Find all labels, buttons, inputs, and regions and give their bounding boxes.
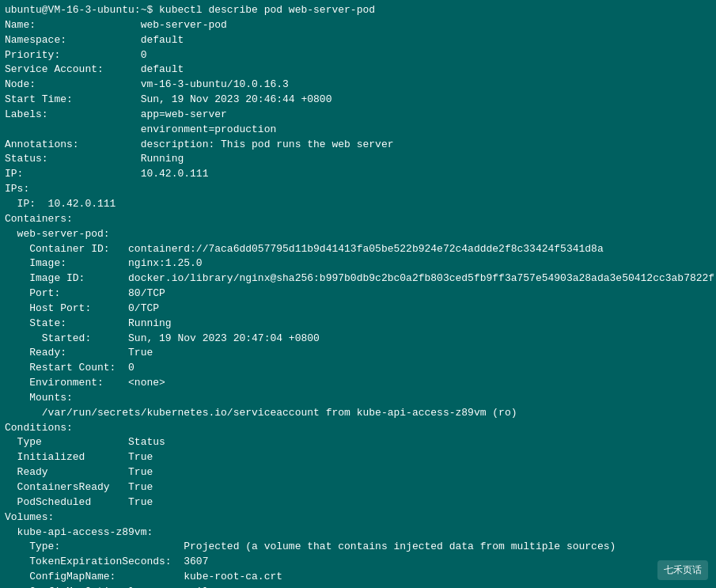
- watermark: 七禾页话: [657, 560, 708, 580]
- terminal-line: Ready: True: [5, 346, 711, 361]
- terminal-line: Node: vm-16-3-ubuntu/10.0.16.3: [5, 78, 711, 93]
- terminal-line: Ready True: [5, 465, 711, 480]
- terminal-line: Type: Projected (a volume that contains …: [5, 540, 711, 555]
- terminal-line: Status: Running: [5, 152, 711, 167]
- terminal-line: Image ID: docker.io/library/nginx@sha256…: [5, 271, 711, 286]
- terminal-line: Namespace: default: [5, 33, 711, 48]
- terminal-line: Restart Count: 0: [5, 361, 711, 376]
- terminal-line: Host Port: 0/TCP: [5, 302, 711, 317]
- terminal-line: Image: nginx:1.25.0: [5, 256, 711, 271]
- terminal-line: Port: 80/TCP: [5, 286, 711, 302]
- terminal-line: ConfigMapName: kube-root-ca.crt: [5, 570, 711, 585]
- terminal-line: web-server-pod:: [5, 227, 711, 242]
- terminal-line: IP: 10.42.0.111: [5, 167, 711, 182]
- terminal-line: Mounts:: [5, 391, 711, 406]
- terminal-line: IPs:: [5, 182, 711, 197]
- terminal-line: Priority: 0: [5, 48, 711, 63]
- terminal-line: Conditions:: [5, 421, 711, 436]
- terminal-line: TokenExpirationSeconds: 3607: [5, 555, 711, 570]
- terminal-line: Labels: app=web-server: [5, 108, 711, 123]
- terminal-line: Environment: <none>: [5, 376, 711, 391]
- terminal-line: Volumes:: [5, 510, 711, 525]
- terminal-line: Start Time: Sun, 19 Nov 2023 20:46:44 +0…: [5, 93, 711, 108]
- terminal-line: /var/run/secrets/kubernetes.io/serviceac…: [5, 406, 711, 421]
- terminal-line: ubuntu@VM-16-3-ubuntu:~$ kubectl describ…: [5, 3, 711, 18]
- terminal-line: Containers:: [5, 212, 711, 227]
- terminal-output: ubuntu@VM-16-3-ubuntu:~$ kubectl describ…: [0, 0, 716, 588]
- terminal-line: Name: web-server-pod: [5, 18, 711, 33]
- terminal-line: Started: Sun, 19 Nov 2023 20:47:04 +0800: [5, 332, 711, 347]
- terminal-line: kube-api-access-z89vm:: [5, 525, 711, 541]
- terminal-line: PodScheduled True: [5, 495, 711, 510]
- terminal-line: environment=production: [5, 123, 711, 138]
- terminal-line: Container ID: containerd://7aca6dd057795…: [5, 242, 711, 257]
- terminal-line: ConfigMapOptional: <nil>: [5, 585, 711, 588]
- terminal-line: Service Account: default: [5, 63, 711, 78]
- terminal-line: IP: 10.42.0.111: [5, 197, 711, 212]
- terminal-line: Initialized True: [5, 450, 711, 465]
- terminal-line: ContainersReady True: [5, 480, 711, 495]
- terminal-line: State: Running: [5, 317, 711, 332]
- terminal-line: Type Status: [5, 435, 711, 450]
- terminal-line: Annotations: description: This pod runs …: [5, 138, 711, 153]
